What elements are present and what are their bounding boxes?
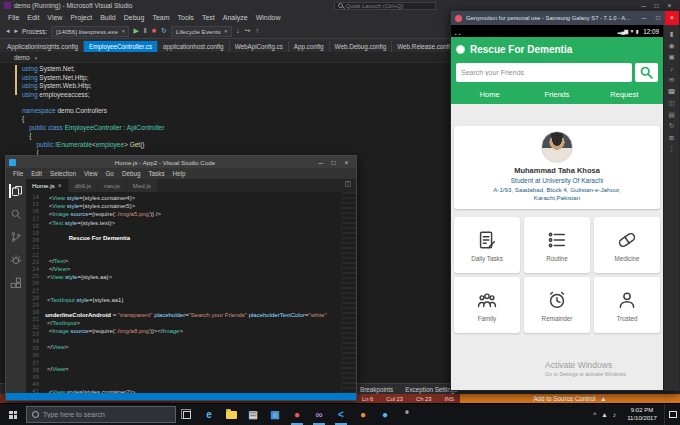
title-bar[interactable]: Genymotion for personal use - Samsung Ga… [451, 11, 679, 25]
sound-icon[interactable]: ♪ [670, 66, 673, 73]
tile-family[interactable]: Family [454, 277, 520, 333]
disk-icon[interactable]: ◫ [668, 100, 674, 107]
battery-icon[interactable]: ▮ [670, 31, 674, 38]
rotate-screen-icon[interactable]: ↻ [669, 123, 674, 130]
vscode-menu-tasks[interactable]: Tasks [144, 170, 168, 177]
tile-routine[interactable]: Routine [524, 217, 590, 273]
break-all-icon[interactable]: ‖ [144, 27, 147, 35]
vs-menu-window[interactable]: Window [252, 14, 285, 21]
taskbar-photos[interactable]: ▣ [264, 404, 286, 425]
vscode-tab-home-js[interactable]: Home.js× [26, 179, 69, 192]
stop-debugging-icon[interactable]: ■ [152, 27, 156, 35]
vs-tab-web-debug-config[interactable]: Web.Debug.config [330, 41, 393, 52]
restart-icon[interactable]: ↻ [161, 27, 167, 35]
search-icon[interactable] [9, 207, 23, 221]
taskbar-settings[interactable]: * [396, 404, 418, 425]
vs-menu-analyze[interactable]: Analyze [219, 14, 252, 21]
split-editor-icon[interactable]: ◫ [344, 179, 356, 192]
taskbar-search-input[interactable] [43, 411, 170, 418]
vscode-menu-help[interactable]: Help [169, 170, 190, 177]
taskbar-vscode[interactable]: < [330, 404, 352, 425]
close-button[interactable]: × [665, 11, 679, 25]
close-icon[interactable]: × [58, 182, 62, 189]
sms-icon[interactable]: ✉ [669, 77, 674, 84]
vscode-tab-nav-js[interactable]: nav.js [98, 179, 127, 192]
taskbar-firefox[interactable]: ● [352, 404, 374, 425]
taskbar-edge[interactable]: e [198, 404, 220, 425]
minimize-button[interactable]: ─ [314, 157, 327, 168]
vscode-menu-edit[interactable]: Edit [27, 170, 46, 177]
gps-icon[interactable]: ◉ [669, 43, 675, 50]
nav-tab-request[interactable]: Request [591, 90, 658, 99]
action-center-button[interactable] [664, 404, 680, 425]
nav-tab-friends[interactable]: Friends [523, 90, 590, 99]
vs-menu-view[interactable]: View [43, 14, 66, 21]
vs-menu-debug[interactable]: Debug [120, 14, 149, 21]
vs-tab-app-config[interactable]: App.config [289, 41, 330, 52]
vs-menu-edit[interactable]: Edit [23, 14, 43, 21]
volume-icon[interactable]: ♪ [613, 411, 616, 418]
add-to-source-control-button[interactable]: Add to Source Control ▲ [460, 394, 680, 403]
explorer-icon[interactable] [9, 184, 23, 198]
taskbar-search[interactable] [26, 406, 176, 423]
taskbar-skype[interactable]: ● [374, 404, 396, 425]
pixel-perfect-icon[interactable]: ⊞ [669, 135, 674, 142]
vs-tab-employeecontroller-cs[interactable]: EmployeeController.cs [84, 41, 158, 52]
quick-launch-box[interactable]: Quick Launch (Ctrl+Q) [334, 2, 436, 10]
vscode-menu-file[interactable]: File [9, 170, 27, 177]
call-icon[interactable]: ☎ [667, 89, 675, 96]
id-icon[interactable]: ▤ [668, 112, 674, 119]
vs-menu-tools[interactable]: Tools [174, 14, 198, 21]
step-out-icon[interactable]: ↑ [255, 27, 259, 35]
taskbar-visual-studio[interactable]: ∞ [308, 404, 330, 425]
task-view-button[interactable] [176, 404, 198, 425]
android-screen[interactable]: ▪▪ ▂▄▆▼▮ 12:09 Rescue For Dementia HomeF… [451, 25, 663, 390]
vs-menu-file[interactable]: File [4, 14, 23, 21]
vs-tab-applicationinsights-config[interactable]: ApplicationInsights.config [2, 41, 84, 52]
vscode-menu-debug[interactable]: Debug [118, 170, 145, 177]
step-over-icon[interactable]: ↪ [245, 27, 251, 35]
title-bar[interactable]: Home.js - App2 - Visual Studio Code ─ □ … [6, 156, 356, 168]
vscode-menu-go[interactable]: Go [101, 170, 117, 177]
debug-icon[interactable] [9, 253, 23, 267]
vscode-tab-med-js[interactable]: Med.js [127, 179, 158, 192]
tile-remainder[interactable]: Remainder [524, 277, 590, 333]
continue-icon[interactable]: ▶ [133, 27, 138, 35]
extensions-icon[interactable] [9, 276, 23, 290]
search-friends-input[interactable] [456, 63, 632, 82]
more-icon[interactable]: ⋮ [668, 146, 675, 153]
vs-menu-test[interactable]: Test [198, 14, 219, 21]
step-into-icon[interactable]: ↓ [236, 27, 240, 35]
process-dropdown[interactable]: [14056] iisexpress.exe [51, 26, 129, 37]
minimap[interactable] [341, 192, 356, 393]
vscode-menu-selection[interactable]: Selection [46, 170, 80, 177]
code-editor[interactable]: 1415161718192021222324252627282930313233… [26, 192, 356, 393]
nav-tab-home[interactable]: Home [456, 90, 523, 99]
vs-panel-tab-breakpoints[interactable]: Breakpoints [360, 386, 393, 393]
search-button[interactable] [635, 63, 658, 82]
vs-tab-webapiconfig-cs[interactable]: WebApiConfig.cs [230, 41, 289, 52]
project-dropdown[interactable]: demo [14, 54, 37, 61]
network-icon[interactable]: ▲ [601, 411, 607, 418]
navigate-forward-icon[interactable]: ▸ [15, 27, 19, 35]
close-button[interactable]: × [340, 157, 353, 168]
vs-menu-project[interactable]: Project [66, 14, 96, 21]
vscode-tab-db9-js[interactable]: db9.js [69, 179, 99, 192]
vscode-menu-view[interactable]: View [80, 170, 102, 177]
source-control-icon[interactable] [9, 230, 23, 244]
lifecycle-events-dropdown[interactable]: Lifecycle Events [171, 26, 232, 37]
taskbar-file-explorer[interactable] [220, 404, 242, 425]
tile-daily-tasks[interactable]: Daily Tasks [454, 217, 520, 273]
tile-medicine[interactable]: Medicine [594, 217, 660, 273]
taskbar-genymotion[interactable]: ● [286, 404, 308, 425]
vs-menu-build[interactable]: Build [96, 14, 120, 21]
minimize-button[interactable]: ─ [637, 11, 651, 25]
maximize-button[interactable]: □ [327, 157, 340, 168]
vs-menu-team[interactable]: Team [148, 14, 173, 21]
tray-expand-icon[interactable]: ^ [593, 411, 596, 418]
taskbar-store[interactable]: ▤ [242, 404, 264, 425]
taskbar-clock[interactable]: 9:02 PM 11/10/2017 [620, 404, 664, 425]
camera-icon[interactable]: ▣ [668, 54, 674, 61]
maximize-button[interactable]: □ [651, 11, 665, 25]
navigate-backward-icon[interactable]: ◂ [6, 27, 10, 35]
